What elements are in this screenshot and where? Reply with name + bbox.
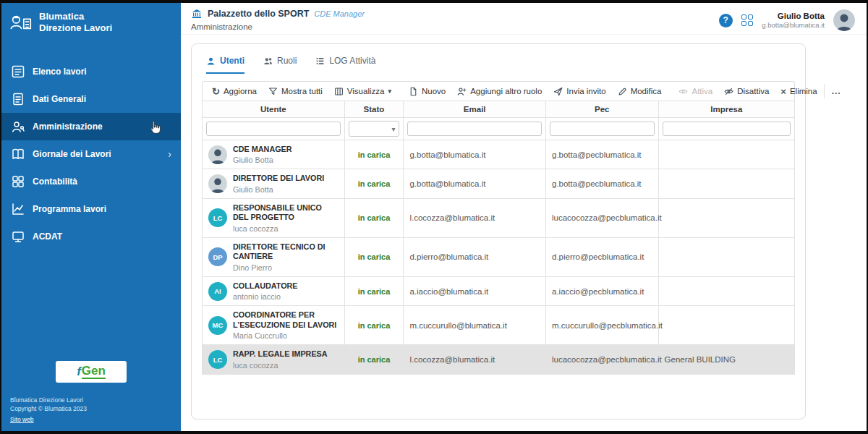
user-role: RAPP. LEGALE IMPRESA <box>233 349 328 359</box>
column-header-email[interactable]: Email <box>404 101 546 118</box>
top-header: Palazzetto dello SPORT CDE Manager Ammin… <box>181 3 867 35</box>
sidebar-item-amministrazione[interactable]: Amministrazione <box>1 113 181 140</box>
column-header-pec[interactable]: Pec <box>545 101 658 118</box>
brand-line2: Direzione Lavori <box>39 22 112 34</box>
building-icon <box>191 8 203 20</box>
sito-web-link[interactable]: Sito web <box>10 415 34 424</box>
chevron-right-icon: › <box>168 148 171 160</box>
caret-down-icon: ▾ <box>391 125 395 133</box>
edit-pencil-icon <box>618 87 627 96</box>
tab-ruoli[interactable]: Ruoli <box>263 56 297 74</box>
refresh-icon: ↻ <box>212 87 220 96</box>
column-header-stato[interactable]: Stato <box>344 101 404 118</box>
sidebar-item-label: Programma lavori <box>33 204 106 214</box>
filter-email-input[interactable] <box>407 122 542 136</box>
user-name: Dino Pierro <box>233 263 339 272</box>
user-email: g.botta@blumatica.it <box>762 21 825 30</box>
user-name: Giulio Botta <box>233 185 324 194</box>
table-row[interactable]: DIRETTORE DEI LAVORI Giulio Botta in car… <box>203 169 795 198</box>
users-table: Utente Stato Email Pec Impresa ▾ <box>202 101 795 375</box>
user-initials-avatar: AI <box>208 282 227 301</box>
user-name: luca cocozza <box>233 361 328 370</box>
aggiorna-button[interactable]: ↻ Aggiorna <box>207 85 262 98</box>
tab-utenti[interactable]: Utenti <box>206 56 244 74</box>
nuovo-button[interactable]: Nuovo <box>404 85 451 98</box>
user-initials-avatar: LC <box>208 208 227 227</box>
help-icon[interactable]: ? <box>719 14 733 27</box>
table-row[interactable]: AI COLLAUDATORE antonio iaccio in carica… <box>203 276 795 305</box>
modifica-button[interactable]: Modifica <box>613 85 667 98</box>
filter-utente-input[interactable] <box>206 122 341 136</box>
brand: Blumatica Direzione Lavori <box>1 3 181 41</box>
status-cell: in carica <box>344 345 404 374</box>
fgen-logo-f: f <box>77 363 81 381</box>
filter-stato-dropdown[interactable]: ▾ <box>349 121 400 137</box>
footer-line1: Blumatica Direzione Lavori <box>10 396 172 404</box>
tab-label: LOG Attività <box>329 56 375 66</box>
sidebar-item-acdat[interactable]: ACDAT <box>1 223 181 250</box>
column-header-utente[interactable]: Utente <box>203 101 345 118</box>
elimina-button[interactable]: × Elimina <box>775 85 822 98</box>
filter-pec-input[interactable] <box>550 122 655 136</box>
user-role: RESPONSABILE UNICO DEL PROGETTO <box>233 203 339 223</box>
status-cell: in carica <box>344 140 404 169</box>
more-options-button[interactable]: ... <box>824 84 848 98</box>
visualizza-button[interactable]: Visualizza ▾ <box>329 85 396 98</box>
list-icon <box>11 64 25 79</box>
user-role: COORDINATORE PER L'ESECUZIONE DEI LAVORI <box>233 310 339 330</box>
table-row[interactable]: MC COORDINATORE PER L'ESECUZIONE DEI LAV… <box>203 306 795 345</box>
sidebar-item-dati-generali[interactable]: Dati Generali <box>1 85 181 113</box>
impresa-cell <box>658 276 794 305</box>
pec-cell: d.pierro@pecblumatica.it <box>545 237 658 276</box>
sidebar-item-contabilita[interactable]: Contabilità <box>1 168 181 195</box>
person-photo-icon <box>833 9 855 31</box>
user-avatar[interactable] <box>833 9 855 31</box>
sidebar-item-programma-lavori[interactable]: Programma lavori <box>1 195 181 223</box>
screenshot-frame: Blumatica Direzione Lavori Elenco lavori… <box>0 0 868 434</box>
pec-cell: g.botta@pecblumatica.it <box>545 169 658 198</box>
person-icon <box>206 56 216 66</box>
monitor-icon <box>11 229 25 244</box>
apps-grid-icon[interactable] <box>741 14 754 27</box>
status-cell: in carica <box>344 169 404 198</box>
tab-log-attivita[interactable]: LOG Attività <box>315 56 375 74</box>
aggiungi-altro-ruolo-button[interactable]: Aggiungi altro ruolo <box>452 85 547 98</box>
people-icon <box>263 56 273 66</box>
chart-icon <box>11 202 25 216</box>
user-initials-avatar: MC <box>208 316 227 335</box>
content-card: Utenti Ruoli LOG Attività ↻ Aggiorna <box>191 43 806 420</box>
filter-impresa-input[interactable] <box>663 122 791 136</box>
table-row[interactable]: CDE MANAGER Giulio Botta in carica g.bot… <box>203 140 795 169</box>
columns-icon <box>334 87 344 96</box>
table-row-selected[interactable]: LC RAPP. LEGALE IMPRESA luca cocozza in … <box>203 345 795 374</box>
sidebar-item-label: Contabilità <box>33 176 77 187</box>
sidebar-item-label: Giornale dei Lavori <box>33 149 111 159</box>
send-icon <box>553 87 563 96</box>
email-cell: a.iaccio@blumatica.it <box>404 276 546 305</box>
sidebar-item-elenco-lavori[interactable]: Elenco lavori <box>1 58 181 85</box>
user-block[interactable]: Giulio Botta g.botta@blumatica.it <box>762 11 825 30</box>
journal-icon <box>11 147 25 161</box>
mostra-tutti-button[interactable]: Mostra tutti <box>263 85 328 98</box>
filter-icon <box>268 87 278 96</box>
fgen-logo: fGen <box>56 361 127 383</box>
user-name: luca cocozza <box>233 224 339 233</box>
table-header-row: Utente Stato Email Pec Impresa <box>203 101 795 118</box>
disattiva-button[interactable]: Disattiva <box>719 85 774 98</box>
table-row[interactable]: LC RESPONSABILE UNICO DEL PROGETTO luca … <box>203 198 795 237</box>
header-left: Palazzetto dello SPORT CDE Manager Ammin… <box>191 8 365 31</box>
document-icon <box>11 92 25 106</box>
status-cell: in carica <box>344 276 404 305</box>
tab-bar: Utenti Ruoli LOG Attività <box>202 53 795 74</box>
header-right: ? Giulio Botta g.botta@blumatica.it <box>719 8 855 31</box>
sidebar-item-label: ACDAT <box>33 231 62 242</box>
pec-cell: lucacocozza@pecblumatica.it <box>545 345 658 374</box>
email-cell: m.cuccurullo@blumatica.it <box>404 306 546 345</box>
pec-cell: m.cuccurullo@pecblumatica.it <box>545 306 658 345</box>
column-header-impresa[interactable]: Impresa <box>658 101 794 118</box>
invia-invito-button[interactable]: Invia invito <box>548 85 610 98</box>
user-initials-avatar: LC <box>208 350 227 369</box>
table-row[interactable]: DP DIRETTORE TECNICO DI CANTIERE Dino Pi… <box>203 237 795 276</box>
sidebar-item-giornale-dei-lavori[interactable]: Giornale dei Lavori › <box>1 140 181 168</box>
attiva-button[interactable]: Attiva <box>673 85 718 98</box>
